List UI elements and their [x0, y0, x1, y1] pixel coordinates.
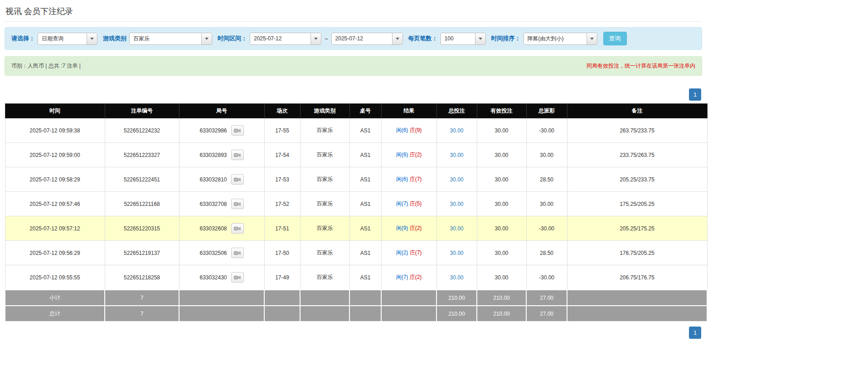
valid-bet-note: 同局有效投注，统一计算在该局第一张注单内: [587, 62, 695, 70]
cell-valid-bet: 30.00: [477, 118, 526, 143]
round-id-text: 633032506: [199, 250, 227, 256]
cell-session: 17-54: [264, 143, 300, 167]
video-camera-icon: [234, 226, 241, 231]
cell-game-type: 百家乐: [300, 167, 349, 192]
cell-remark: 176.75/205.25: [567, 241, 707, 265]
game-type-input[interactable]: [130, 33, 201, 44]
cell-bet-id: 522651221168: [105, 192, 179, 216]
chevron-down-icon[interactable]: [587, 33, 597, 44]
cell-valid-bet: 30.00: [477, 216, 526, 241]
column-header: 结果: [381, 104, 436, 118]
summary-empty: [264, 290, 300, 306]
chevron-down-icon[interactable]: [310, 33, 321, 44]
cell-time: 2025-07-12 09:59:38: [5, 118, 105, 143]
cell-table-no: AS1: [349, 265, 381, 290]
cell-remark: 175.25/205.25: [567, 192, 707, 216]
total-bet-link[interactable]: 30.00: [450, 274, 463, 281]
summary-empty: [567, 290, 707, 306]
cell-total-bet: 30.00: [436, 143, 477, 167]
query-type-input[interactable]: [38, 33, 87, 44]
result-banker: 庄(9): [410, 127, 422, 133]
page-size-input[interactable]: [441, 33, 475, 44]
cell-result: 闲(9) 庄(2): [381, 216, 436, 241]
filter-bar: 请选择： 游戏类别 时间区间： ~ 每页笔数： 时间排序：: [5, 27, 702, 50]
info-bar: 币别：人民币 | 总共 :7 注单 | 同局有效投注，统一计算在该局第一张注单内: [5, 56, 702, 76]
round-id-text: 633032986: [199, 127, 227, 134]
time-sort-input[interactable]: [524, 33, 587, 44]
cell-result: 闲(7) 庄(5): [381, 192, 436, 216]
total-bet-link[interactable]: 30.00: [450, 225, 463, 232]
cell-bet-id: 522651219137: [105, 241, 179, 265]
cell-total-bet: 30.00: [436, 118, 477, 143]
video-replay-button[interactable]: [231, 199, 244, 209]
summary-payout: 27.00: [526, 290, 567, 306]
cell-session: 17-53: [264, 167, 300, 192]
cell-total-bet: 30.00: [436, 192, 477, 216]
video-camera-icon: [234, 201, 241, 207]
column-header: 备注: [567, 104, 707, 118]
cell-round-id: 633032893: [179, 143, 264, 167]
time-range-label: 时间区间：: [218, 34, 247, 43]
pagination-top: 1: [5, 88, 701, 101]
date-to-combobox: [331, 33, 403, 45]
cell-round-id: 633032708: [179, 192, 264, 216]
cell-remark: 263.75/233.75: [567, 118, 707, 143]
page-1-button[interactable]: 1: [689, 88, 701, 101]
page-1-button[interactable]: 1: [689, 327, 701, 339]
table-row: 2025-07-12 09:56:29522651219137633032506…: [5, 241, 707, 265]
table-row: 2025-07-12 09:57:12522651220315633032608…: [5, 216, 707, 241]
date-to-input[interactable]: [332, 33, 392, 44]
cell-game-type: 百家乐: [300, 216, 349, 241]
cell-round-id: 633032506: [179, 241, 264, 265]
video-replay-button[interactable]: [231, 223, 244, 234]
cell-time: 2025-07-12 09:59:00: [5, 143, 105, 167]
total-bet-link[interactable]: 30.00: [450, 176, 463, 183]
chevron-down-icon[interactable]: [87, 33, 97, 44]
search-button[interactable]: 查询: [603, 32, 627, 45]
total-bet-link[interactable]: 30.00: [450, 152, 463, 158]
video-replay-button[interactable]: [231, 248, 244, 258]
summary-valid-bet: 210.00: [477, 290, 526, 306]
total-bet-link[interactable]: 30.00: [450, 127, 463, 134]
time-sort-combobox: [524, 33, 597, 45]
table-header-row: 时间注单编号局号场次游戏类别桌号结果总投注有效投注总派彩备注: [5, 104, 707, 118]
result-player: 闲(9): [396, 225, 408, 231]
summary-empty: [300, 290, 349, 306]
cell-time: 2025-07-12 09:58:29: [5, 167, 105, 192]
column-header: 游戏类别: [300, 104, 349, 118]
chevron-down-icon[interactable]: [392, 33, 402, 44]
chevron-down-icon[interactable]: [201, 33, 212, 44]
page-size-combobox: [441, 33, 486, 45]
cell-result: 闲(6) 庄(2): [381, 143, 436, 167]
video-camera-icon: [234, 177, 241, 182]
video-camera-icon: [234, 152, 241, 158]
cell-table-no: AS1: [349, 241, 381, 265]
video-replay-button[interactable]: [231, 272, 244, 283]
game-type-combobox: [129, 33, 212, 45]
cell-result: 闲(7) 庄(2): [381, 265, 436, 290]
round-id-text: 633032608: [199, 225, 227, 232]
table-row: 2025-07-12 09:58:29522651222451633032810…: [5, 167, 707, 192]
date-from-input[interactable]: [250, 33, 310, 44]
table-body: 2025-07-12 09:59:38522651224232633032986…: [5, 118, 707, 290]
cell-valid-bet: 30.00: [477, 265, 526, 290]
total-bet-link[interactable]: 30.00: [450, 250, 463, 256]
cell-payout: -30.00: [526, 265, 567, 290]
video-replay-button[interactable]: [231, 174, 244, 185]
cell-time: 2025-07-12 09:57:46: [5, 192, 105, 216]
cell-remark: 205.25/175.25: [567, 216, 707, 241]
summary-empty: [381, 306, 436, 322]
table-row: 2025-07-12 09:59:00522651223327633032893…: [5, 143, 707, 167]
cell-payout: 30.00: [526, 143, 567, 167]
chevron-down-icon[interactable]: [475, 33, 485, 44]
pagination-bottom: 1: [5, 327, 701, 339]
cell-bet-id: 522651220315: [105, 216, 179, 241]
cell-bet-id: 522651218258: [105, 265, 179, 290]
video-replay-button[interactable]: [231, 150, 244, 160]
total-bet-link[interactable]: 30.00: [450, 201, 463, 207]
page-header: 视讯 会员下注纪录: [5, 4, 702, 22]
cell-remark: 233.75/263.75: [567, 143, 707, 167]
video-replay-button[interactable]: [231, 125, 244, 136]
cell-session: 17-55: [264, 118, 300, 143]
bet-records-table: 时间注单编号局号场次游戏类别桌号结果总投注有效投注总派彩备注 2025-07-1…: [5, 103, 708, 322]
